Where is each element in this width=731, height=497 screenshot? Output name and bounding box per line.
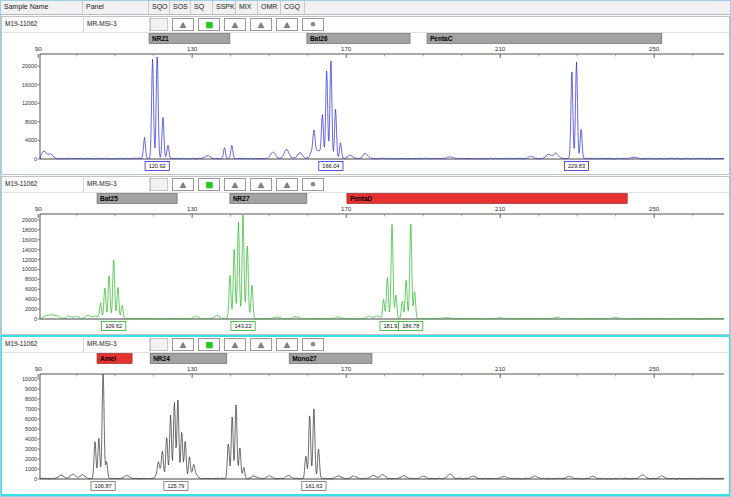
svg-text:10000: 10000 — [22, 266, 37, 272]
svg-text:250: 250 — [649, 205, 660, 212]
column-header-cgq[interactable]: CGQ — [281, 1, 305, 14]
column-header-sqo[interactable]: SQO — [149, 1, 170, 14]
sample-name[interactable]: M19-11062 — [2, 17, 84, 32]
sample-name[interactable]: M19-11062 — [2, 337, 84, 352]
svg-text:Bat25: Bat25 — [100, 195, 118, 202]
cgq-flag-icon[interactable] — [302, 178, 324, 191]
mix-flag-icon[interactable] — [250, 18, 272, 31]
svg-text:12000: 12000 — [22, 257, 37, 263]
svg-text:0: 0 — [34, 476, 37, 482]
svg-text:90: 90 — [35, 365, 42, 372]
genemarker-window: Sample Name Panel SQO SOS SQ SSPK MIX OM… — [0, 0, 731, 497]
svg-text:Mono27: Mono27 — [292, 355, 317, 362]
svg-text:181.92: 181.92 — [383, 323, 400, 329]
svg-text:4000: 4000 — [25, 436, 37, 442]
column-header-panel[interactable]: Panel — [83, 1, 149, 14]
svg-text:PentaC: PentaC — [430, 35, 453, 42]
svg-text:250: 250 — [649, 365, 660, 372]
svg-text:1000: 1000 — [25, 466, 37, 472]
svg-text:210: 210 — [495, 365, 506, 372]
sample-panel-2[interactable]: M19-11062 MR-MSI-3 Bat25NR27PentaD901301… — [1, 176, 730, 335]
sqo-flag-cell[interactable] — [150, 338, 168, 351]
svg-text:170: 170 — [341, 45, 352, 52]
svg-text:2000: 2000 — [25, 306, 37, 312]
svg-text:5000: 5000 — [25, 426, 37, 432]
svg-text:7000: 7000 — [25, 406, 37, 412]
svg-text:20000: 20000 — [22, 63, 37, 69]
svg-text:12000: 12000 — [22, 100, 37, 106]
sspk-flag-icon[interactable] — [224, 178, 246, 191]
sspk-flag-icon[interactable] — [224, 338, 246, 351]
panel-name[interactable]: MR-MSI-3 — [84, 177, 150, 192]
svg-text:143.22: 143.22 — [234, 323, 251, 329]
sample-name[interactable]: M19-11062 — [2, 177, 84, 192]
sqo-flag-cell[interactable] — [150, 18, 168, 31]
column-header-sos[interactable]: SOS — [170, 1, 191, 14]
electropherogram-blue[interactable]: NR21Bat26PentaC9013017021025004000800012… — [2, 33, 731, 175]
svg-text:125.79: 125.79 — [167, 483, 184, 489]
svg-text:106.87: 106.87 — [95, 483, 112, 489]
svg-text:170: 170 — [341, 205, 352, 212]
sqo-flag-cell[interactable] — [150, 178, 168, 191]
svg-text:NR24: NR24 — [153, 355, 170, 362]
svg-text:229.83: 229.83 — [568, 163, 585, 169]
svg-text:4000: 4000 — [25, 296, 37, 302]
svg-text:166.04: 166.04 — [322, 163, 339, 169]
svg-text:NR27: NR27 — [233, 195, 250, 202]
column-header-sample-name[interactable]: Sample Name — [1, 1, 83, 14]
svg-text:16000: 16000 — [22, 82, 37, 88]
svg-text:NR21: NR21 — [152, 35, 169, 42]
header-filler — [305, 1, 730, 14]
svg-text:4000: 4000 — [25, 137, 37, 143]
panel-name[interactable]: MR-MSI-3 — [84, 337, 150, 352]
sample-panel-1[interactable]: M19-11062 MR-MSI-3 NR21Bat26PentaC901301… — [1, 16, 730, 175]
svg-text:3000: 3000 — [25, 446, 37, 452]
svg-text:109.62: 109.62 — [105, 323, 122, 329]
sample-panel-3[interactable]: M19-11062 MR-MSI-3 AmelNR24Mono279013017… — [1, 336, 730, 495]
panel-name[interactable]: MR-MSI-3 — [84, 17, 150, 32]
sos-flag-icon[interactable] — [172, 178, 194, 191]
column-header-omr[interactable]: OMR — [258, 1, 281, 14]
svg-text:6000: 6000 — [25, 286, 37, 292]
sq-flag-icon[interactable] — [198, 178, 220, 191]
sample-row: M19-11062 MR-MSI-3 — [2, 337, 729, 353]
sos-flag-icon[interactable] — [172, 18, 194, 31]
svg-text:Amel: Amel — [100, 355, 116, 362]
sspk-flag-icon[interactable] — [224, 18, 246, 31]
svg-text:9000: 9000 — [25, 386, 37, 392]
column-header-mix[interactable]: MIX — [236, 1, 258, 14]
svg-text:2000: 2000 — [25, 456, 37, 462]
svg-text:16000: 16000 — [22, 237, 37, 243]
svg-text:0: 0 — [34, 316, 37, 322]
svg-text:186.78: 186.78 — [402, 323, 419, 329]
svg-text:10000: 10000 — [22, 376, 37, 382]
sq-flag-icon[interactable] — [198, 18, 220, 31]
cgq-flag-icon[interactable] — [302, 18, 324, 31]
omr-flag-icon[interactable] — [276, 178, 298, 191]
svg-text:90: 90 — [35, 45, 42, 52]
svg-text:130: 130 — [187, 365, 198, 372]
svg-text:210: 210 — [495, 45, 506, 52]
sample-row: M19-11062 MR-MSI-3 — [2, 177, 729, 193]
svg-text:120.92: 120.92 — [149, 163, 166, 169]
mix-flag-icon[interactable] — [250, 178, 272, 191]
omr-flag-icon[interactable] — [276, 18, 298, 31]
sos-flag-icon[interactable] — [172, 338, 194, 351]
svg-text:8000: 8000 — [25, 119, 37, 125]
svg-text:210: 210 — [495, 205, 506, 212]
svg-text:18000: 18000 — [22, 227, 37, 233]
electropherogram-green[interactable]: Bat25NR27PentaD9013017021025002000400060… — [2, 193, 731, 335]
column-header-sspk[interactable]: SSPK — [213, 1, 236, 14]
column-header-sq[interactable]: SQ — [191, 1, 213, 14]
svg-text:8000: 8000 — [25, 276, 37, 282]
sq-flag-icon[interactable] — [198, 338, 220, 351]
svg-text:PentaD: PentaD — [350, 195, 373, 202]
table-header: Sample Name Panel SQO SOS SQ SSPK MIX OM… — [1, 1, 730, 15]
svg-text:130: 130 — [187, 45, 198, 52]
mix-flag-icon[interactable] — [250, 338, 272, 351]
svg-text:Bat26: Bat26 — [310, 35, 328, 42]
cgq-flag-icon[interactable] — [302, 338, 324, 351]
svg-text:20000: 20000 — [22, 217, 37, 223]
omr-flag-icon[interactable] — [276, 338, 298, 351]
electropherogram-black[interactable]: AmelNR24Mono2790130170210250010002000300… — [2, 353, 731, 495]
